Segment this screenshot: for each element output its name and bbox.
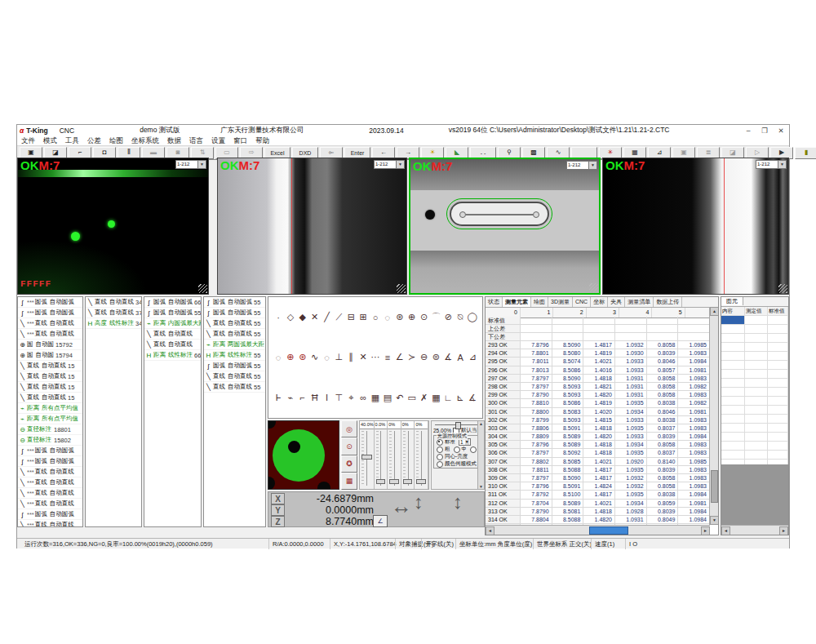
menu-item-5[interactable]: 坐标系统 — [127, 136, 163, 146]
copy-tool[interactable]: ▤ — [382, 392, 393, 403]
menu-item-1[interactable]: 模式 — [39, 136, 61, 146]
element-row[interactable] — [721, 406, 788, 415]
light-slider-0[interactable]: 40.0% — [360, 421, 375, 489]
element-row[interactable] — [721, 415, 788, 424]
scroll-left-icon[interactable]: ◄ — [486, 526, 494, 535]
rect-grid-tool[interactable]: ⊞ — [357, 312, 369, 323]
camera3-scale-combo[interactable]: 1-212▼ — [566, 161, 597, 170]
selected-cell[interactable] — [721, 316, 745, 324]
measurement-list-panel-1[interactable]: ʃ***圆弧自动圆弧ʃ***圆弧自动圆弧╲***直线自动直线╲***直线自动直线… — [17, 296, 83, 527]
list-item[interactable]: ╲直线自动直线15 — [18, 382, 82, 393]
menu-item-6[interactable]: 数据 — [163, 136, 185, 146]
resize-grip-icon[interactable] — [198, 284, 207, 293]
list-item[interactable]: ╲***直线自动直线 — [18, 318, 82, 329]
element-row[interactable] — [721, 325, 788, 334]
light-slider-3[interactable]: 0% — [401, 421, 415, 489]
circle-cross-red-tool[interactable]: ⊕ — [285, 352, 296, 363]
list-item[interactable]: ʃ圆弧自动圆弧55 — [144, 308, 201, 318]
chevron-down-icon[interactable]: ▼ — [588, 162, 596, 169]
master-light-slider[interactable] — [435, 424, 481, 425]
element-row[interactable] — [721, 388, 788, 397]
table-row[interactable]: 308 OK7.88118.50881.48171.09350.80391.09… — [486, 466, 710, 474]
list-item[interactable]: ʃ圆弧自动圆弧55 — [204, 361, 265, 371]
table-row[interactable]: 314 OK7.88048.50881.48201.09310.80491.09… — [486, 516, 710, 524]
minimize-button[interactable]: – — [740, 127, 756, 135]
measurement-list-panel-3[interactable]: ʃ圆弧自动圆弧66ʃ圆弧自动圆弧55⌁距离内圆弧最大距╲直线自动直线╲直线自动直… — [144, 296, 202, 527]
table-row[interactable]: 299 OK7.87908.50931.48201.09310.80581.09… — [486, 391, 710, 399]
close-button[interactable]: ✕ — [773, 127, 789, 135]
results-tab-2[interactable]: 绘图 — [531, 297, 548, 307]
list-item[interactable]: ⌁距离所有点平均值 — [18, 414, 82, 424]
undo-tool[interactable]: ↶ — [394, 392, 406, 403]
list-item[interactable]: ʃ***圆弧自动圆弧 — [18, 509, 82, 520]
element-row[interactable] — [721, 397, 788, 406]
calculator-tool[interactable]: ▦ — [370, 392, 381, 403]
scrollbar-thumb-blue[interactable] — [589, 526, 628, 535]
scroll-down-icon[interactable]: ▼ — [479, 484, 483, 489]
angle-mode-button[interactable]: ∠ — [373, 515, 388, 527]
rect-dashed-tool[interactable]: ▭ — [406, 392, 418, 403]
point-tool[interactable]: · — [273, 312, 284, 323]
wave-tool[interactable]: ∿ — [309, 352, 321, 363]
light-slider-4[interactable]: 0% — [415, 421, 428, 489]
camera2-scale-combo[interactable]: 1-212▼ — [374, 160, 405, 169]
aperture-mode-button-2[interactable]: ✪ — [341, 455, 357, 473]
list-item[interactable]: ╲直线自动直线55 — [204, 318, 265, 329]
list-item[interactable]: ╲直线自动直线15 — [18, 371, 82, 382]
aperture-mode-button-3[interactable]: ▦ — [341, 473, 357, 490]
concentric-radio[interactable] — [437, 454, 443, 460]
table-row[interactable]: 303 OK7.88068.50911.48181.09350.80371.09… — [486, 424, 710, 433]
menu-item-2[interactable]: 工具 — [61, 136, 83, 146]
angle-x3-tool[interactable]: ∡ — [467, 392, 478, 403]
circle-pin-tool[interactable]: ⊘ — [442, 312, 454, 323]
table-row[interactable]: 306 OK7.87978.50921.48181.09350.80371.09… — [486, 449, 710, 457]
link-circles-tool[interactable]: ∞ — [357, 392, 369, 403]
scrollbar-thumb[interactable] — [711, 470, 718, 503]
results-tab-6[interactable]: 夹具 — [608, 297, 625, 307]
parallel-tool[interactable]: ∥ — [345, 352, 357, 363]
lasso-tool[interactable]: ◌ — [322, 352, 333, 363]
scroll-left-icon[interactable]: ◄ — [721, 526, 730, 535]
table-row[interactable]: 302 OK7.87998.50931.48151.09330.80381.09… — [486, 416, 710, 424]
table-row[interactable]: 313 OK7.87908.50811.48181.09280.80391.09… — [486, 508, 710, 516]
angle-x2-tool[interactable]: ⊾ — [455, 392, 466, 403]
list-item[interactable]: ╲直线自动直线34 — [86, 297, 141, 308]
text-tool[interactable]: A — [455, 352, 466, 363]
equal-lines-tool[interactable]: ≡ — [382, 352, 393, 363]
list-item[interactable]: ╲***直线自动直线 — [18, 520, 82, 527]
angle-x1-tool[interactable]: ∟ — [442, 392, 454, 403]
chevron-down-icon[interactable]: ▼ — [778, 161, 786, 168]
table-row[interactable]: 300 OK7.88108.50861.48191.09350.80381.09… — [486, 399, 710, 407]
list-item[interactable]: ʃ圆弧自动圆弧55 — [204, 308, 265, 318]
jog-z-arrows-icon[interactable]: ↕ — [453, 491, 463, 513]
camera4-scale-combo[interactable]: 1-212▼ — [756, 160, 787, 169]
diag-distance-tool[interactable]: ⌁ — [285, 392, 296, 403]
arc-tool[interactable]: ⌒ — [430, 312, 441, 323]
ellipse-dashed-tool[interactable]: ◌ — [273, 352, 284, 363]
table-row[interactable]: 294 OK7.88018.50801.48191.09300.80391.09… — [486, 349, 710, 358]
list-item[interactable]: ╲直线自动直线 — [144, 340, 201, 350]
element-table-rows[interactable] — [721, 316, 788, 477]
slider-thumb[interactable] — [416, 479, 426, 484]
list-item[interactable]: ⊖直径标注15802 — [18, 435, 82, 446]
list-item[interactable]: ʃ***圆弧自动圆弧 — [18, 446, 82, 456]
list-item[interactable]: ⊕圆自动圆15794 — [18, 350, 82, 361]
scroll-up-icon[interactable]: ▲ — [479, 421, 483, 426]
list-item[interactable]: ʃ***圆弧自动圆弧 — [18, 308, 82, 318]
scroll-down-icon[interactable]: ▼ — [710, 516, 719, 525]
camera1-scale-combo[interactable]: 1-212▼ — [175, 160, 206, 169]
element-row[interactable] — [721, 370, 788, 379]
list-item[interactable]: H高度线性标注34 — [86, 318, 141, 329]
circle-dot-tool[interactable]: ⊙ — [419, 312, 430, 323]
height-tool[interactable]: Ħ — [309, 392, 321, 403]
scroll-right-icon[interactable]: ► — [779, 526, 788, 535]
slider-thumb[interactable] — [361, 455, 372, 460]
select-area2-tool[interactable]: ◆ — [297, 312, 308, 323]
list-item[interactable]: ⌁距离所有点平均值 — [18, 403, 82, 414]
measurement-list-panel-4[interactable]: ʃ圆弧自动圆弧55ʃ圆弧自动圆弧55╲直线自动直线55╲直线自动直线55⌁距离两… — [203, 296, 266, 527]
list-item[interactable]: ʃ圆弧自动圆弧55 — [204, 297, 265, 308]
light-slider-1[interactable]: 0.0% — [375, 421, 388, 489]
menu-item-4[interactable]: 绘图 — [105, 136, 127, 146]
element-row[interactable] — [721, 343, 788, 352]
list-item[interactable]: ╲直线自动直线15 — [18, 393, 82, 403]
